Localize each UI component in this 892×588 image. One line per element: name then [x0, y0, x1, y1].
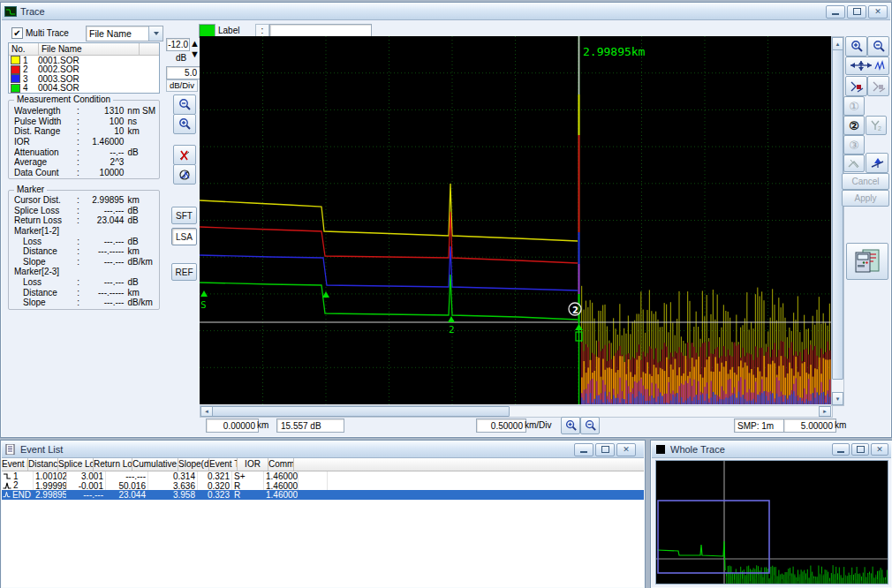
- event-row[interactable]: END 2.99895 ---.--- 23.044 3.958 0.323 R…: [2, 490, 644, 500]
- file-list-row[interactable]: 4 0004.SOR: [9, 84, 159, 94]
- zoom-out-icon: [584, 419, 597, 433]
- scale-offset-value[interactable]: -12.0: [166, 38, 190, 51]
- file-list-col-name[interactable]: File Name: [39, 43, 140, 55]
- apply-button[interactable]: Apply: [842, 190, 889, 207]
- splice-event-icon: [3, 471, 11, 480]
- condition-row: Slope : ---.--- dB/km: [14, 298, 155, 308]
- db-per-div-field: 5.0: [166, 66, 200, 79]
- multi-trace-checkbox[interactable]: ✔: [11, 27, 23, 39]
- scroll-down-icon[interactable]: ▼: [832, 392, 843, 405]
- horizontal-zoom-out-button[interactable]: [580, 417, 600, 434]
- close-icon[interactable]: ✕: [871, 443, 888, 456]
- vertical-scroll-thumb[interactable]: [832, 49, 843, 380]
- trace-color-swatch: [11, 65, 20, 74]
- file-list-header[interactable]: No. File Name: [9, 43, 159, 56]
- event-type: S+: [232, 471, 264, 481]
- vertical-zoom-in-button[interactable]: [173, 114, 196, 134]
- spin-down-icon[interactable]: ▼: [190, 49, 199, 59]
- smp-label: SMP:: [737, 421, 759, 431]
- file-list-row[interactable]: 2 0002.SOR: [9, 65, 159, 75]
- spin-up-icon[interactable]: ▲: [190, 38, 199, 49]
- condition-colon: :: [77, 215, 84, 225]
- condition-value: --.--: [84, 147, 124, 157]
- event-row[interactable]: 2 1.99999 -0.001 50.016 3.636 0.320 R 1.…: [2, 481, 644, 491]
- whole-trace-titlebar[interactable]: Whole Trace ✕: [652, 441, 891, 458]
- event-comment: [299, 481, 328, 491]
- whole-trace-title: Whole Trace: [670, 444, 832, 455]
- event-col-header[interactable]: Cumulative Loss(dB): [132, 458, 178, 471]
- condition-label: Wavelength: [14, 106, 77, 116]
- event-table-header[interactable]: Event No.Distance(km)Splice Loss(dB)Retu…: [2, 458, 644, 471]
- file-list-row[interactable]: 3 0003.SOR: [9, 74, 159, 84]
- trace-plot[interactable]: 2.99895km S 2 2: [200, 36, 831, 404]
- lsa-button[interactable]: LSA: [171, 228, 197, 245]
- event-col-header[interactable]: Splice Loss(dB): [58, 458, 94, 471]
- move-marker-right-button[interactable]: [867, 76, 889, 96]
- scale-offset-spinner[interactable]: -12.0 ▲▼: [166, 38, 199, 51]
- report-button[interactable]: [846, 243, 888, 280]
- ref-button[interactable]: REF: [171, 263, 197, 281]
- step3-button[interactable]: ③: [843, 135, 865, 155]
- condition-unit: km: [124, 195, 155, 205]
- event-col-header[interactable]: Comment: [268, 458, 294, 471]
- close-icon[interactable]: ✕: [868, 5, 888, 19]
- condition-label: IOR: [14, 137, 77, 147]
- marker-tool-right-button[interactable]: [866, 153, 888, 173]
- scroll-left-icon[interactable]: ◄: [200, 406, 213, 417]
- restore-icon[interactable]: [595, 443, 615, 456]
- measurement-condition-title: Measurement Condition: [14, 94, 113, 104]
- trace-window-titlebar[interactable]: Trace ✕: [2, 4, 890, 20]
- plot-horizontal-scrollbar[interactable]: ◄ ►: [200, 405, 833, 418]
- event-cumulative-loss: 0.314: [148, 471, 198, 481]
- condition-colon: :: [77, 246, 84, 256]
- minimize-icon[interactable]: [826, 5, 845, 19]
- condition-colon: :: [77, 126, 84, 136]
- whole-trace-plot[interactable]: [655, 460, 888, 584]
- trace-mode-dropdown[interactable]: File Name: [86, 26, 163, 41]
- event-search-button[interactable]: [173, 164, 196, 185]
- step2-button[interactable]: ②: [843, 116, 865, 135]
- range-unit: km: [835, 420, 846, 430]
- dropdown-button[interactable]: [148, 26, 163, 41]
- scroll-right-icon[interactable]: ►: [819, 406, 831, 417]
- condition-label: Loss: [14, 277, 77, 287]
- marker-clear-icon: [178, 148, 192, 162]
- sft-button[interactable]: SFT: [171, 207, 197, 224]
- event-col-header[interactable]: Slope(dB/km): [178, 458, 209, 471]
- event-comment: [299, 490, 328, 500]
- condition-colon: :: [77, 117, 84, 126]
- file-no: 1: [20, 56, 28, 65]
- event-list-titlebar[interactable]: Event List ✕: [2, 441, 644, 458]
- file-list-col-no[interactable]: No.: [9, 43, 39, 55]
- vertical-zoom-out-button[interactable]: [173, 94, 196, 115]
- marker-tool-left-button[interactable]: [843, 155, 865, 172]
- horizontal-zoom-in-button[interactable]: [561, 417, 580, 434]
- close-icon[interactable]: ✕: [616, 443, 636, 456]
- event-col-header[interactable]: Distance(km): [28, 458, 58, 471]
- event-splice-loss: -0.001: [67, 481, 106, 491]
- plot-zoom-in-button[interactable]: [845, 36, 867, 57]
- plot-zoom-out-button[interactable]: [867, 36, 889, 57]
- plot-vertical-scrollbar[interactable]: ▲ ▼: [831, 36, 844, 406]
- fit-whole-trace-button[interactable]: [845, 57, 889, 75]
- event-col-header[interactable]: Event No.: [2, 458, 28, 471]
- minimize-icon[interactable]: [832, 443, 850, 456]
- step1-button[interactable]: ①: [843, 96, 865, 116]
- label-caption: Label: [218, 26, 239, 35]
- event-row[interactable]: 1 1.00102 3.001 ---.--- 0.314 0.321 S+ 1…: [2, 471, 644, 481]
- restore-icon[interactable]: [851, 443, 869, 456]
- scroll-up-icon[interactable]: ▲: [832, 37, 843, 50]
- y2-marker-button[interactable]: 2: [866, 116, 887, 135]
- event-col-header[interactable]: Return Loss(dB): [94, 458, 132, 471]
- file-list-row[interactable]: 1 0001.SOR: [9, 56, 159, 65]
- event-col-header[interactable]: IOR: [238, 458, 268, 471]
- clear-markers-button[interactable]: [173, 145, 196, 165]
- condition-label: Dist. Range: [14, 126, 77, 136]
- trace-window-icon: [4, 6, 17, 17]
- restore-icon[interactable]: [847, 5, 866, 19]
- move-marker-left-button[interactable]: [845, 76, 867, 96]
- horizontal-scroll-thumb[interactable]: [212, 406, 510, 417]
- event-col-header[interactable]: Event Type: [209, 458, 238, 471]
- cancel-button[interactable]: Cancel: [842, 173, 889, 190]
- minimize-icon[interactable]: [574, 443, 593, 456]
